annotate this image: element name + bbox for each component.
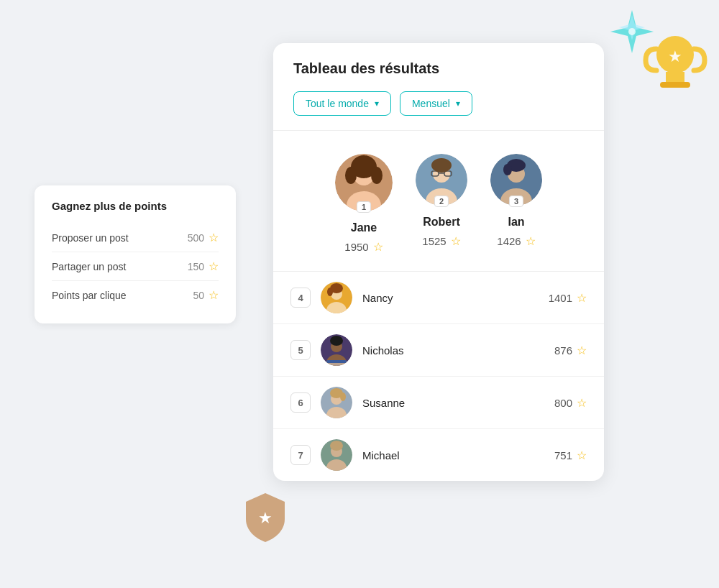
list-rank-4: 4 <box>290 288 311 308</box>
svg-point-41 <box>340 392 346 401</box>
list-item-michael: 7 Michael 751 ☆ <box>273 429 604 481</box>
avatar-nancy <box>321 282 352 313</box>
points-row-label: Partager un post <box>52 261 127 272</box>
points-row-click: Points par clique 50 ☆ <box>52 281 219 309</box>
star-icon: ☆ <box>209 259 219 273</box>
points-row-score: 50 <box>193 290 204 301</box>
top3-name-ian: Ian <box>508 216 524 229</box>
ian-score-value: 1426 <box>497 235 521 247</box>
susanne-score-value: 800 <box>554 397 572 409</box>
list-item-nicholas: 5 Nicholas 876 ☆ <box>273 324 604 377</box>
top3-score-jane: 1950 ☆ <box>344 240 383 254</box>
star-icon: ☆ <box>577 396 587 410</box>
points-row-label: Proposer un post <box>52 232 129 244</box>
chevron-down-icon: ▾ <box>375 98 379 109</box>
leaderboard-title: Tableau des résultats <box>293 60 584 77</box>
avatar-michael <box>321 439 352 471</box>
star-icon: ☆ <box>526 234 536 248</box>
top3-item-3: 3 Ian 1426 ☆ <box>490 154 542 254</box>
list-rank-7: 7 <box>290 445 311 465</box>
top3-section: 1 Jane 1950 ☆ <box>273 131 604 272</box>
svg-marker-2 <box>619 14 645 40</box>
svg-point-3 <box>628 28 636 35</box>
list-item-susanne: 6 Susanne 800 ☆ <box>273 377 604 429</box>
star-icon: ☆ <box>209 231 219 244</box>
top3-score-robert: 1525 ☆ <box>422 234 460 248</box>
filter-audience-label: Tout le monde <box>306 98 369 109</box>
nancy-score-value: 1401 <box>549 292 572 304</box>
list-name-nicholas: Nicholas <box>362 344 544 357</box>
avatar-wrap-ian: 3 <box>490 154 542 206</box>
list-name-nancy: Nancy <box>362 292 539 304</box>
top3-score-ian: 1426 ☆ <box>497 234 535 248</box>
points-row-post: Proposer un post 500 ☆ <box>52 224 219 252</box>
points-card: Gagnez plus de points Proposer un post 5… <box>35 185 236 323</box>
avatar-susanne <box>321 387 352 418</box>
list-name-michael: Michael <box>362 449 544 461</box>
points-row-share: Partager un post 150 ☆ <box>52 252 219 281</box>
star-icon: ☆ <box>577 449 587 462</box>
svg-point-36 <box>330 336 343 346</box>
leaderboard-list: 4 Nancy 1401 ☆ 5 <box>273 272 604 481</box>
list-score-nancy: 1401 ☆ <box>549 291 587 305</box>
list-rank-5: 5 <box>290 340 311 360</box>
list-name-susanne: Susanne <box>362 397 544 409</box>
svg-rect-34 <box>326 360 347 363</box>
svg-point-30 <box>327 288 333 296</box>
star-icon: ☆ <box>373 240 383 254</box>
star-icon: ☆ <box>577 291 587 305</box>
svg-point-12 <box>345 167 357 184</box>
svg-rect-6 <box>660 82 690 88</box>
svg-rect-35 <box>326 363 347 366</box>
list-score-susanne: 800 ☆ <box>554 396 587 410</box>
filters: Tout le monde ▾ Mensuel ▾ <box>293 91 584 130</box>
list-rank-6: 6 <box>290 392 311 413</box>
avatar-wrap-robert: 2 <box>416 154 467 206</box>
avatar-wrap-jane: 1 <box>335 154 393 211</box>
list-item-nancy: 4 Nancy 1401 ☆ <box>273 272 604 324</box>
svg-rect-5 <box>666 72 684 83</box>
rank-badge-1: 1 <box>357 201 371 213</box>
michael-score-value: 751 <box>554 449 572 461</box>
jane-score-value: 1950 <box>344 241 368 253</box>
filter-period-label: Mensuel <box>412 98 450 109</box>
svg-text:★: ★ <box>668 47 682 65</box>
rank-badge-2: 2 <box>434 196 449 207</box>
leaderboard-header: Tableau des résultats Tout le monde ▾ Me… <box>273 43 604 131</box>
points-row-label: Points par clique <box>52 290 127 301</box>
star-icon: ☆ <box>209 288 219 302</box>
top3-name-robert: Robert <box>423 216 460 229</box>
avatar-nicholas <box>321 334 352 366</box>
trophy-icon: ★ <box>643 35 707 109</box>
points-row-score: 500 <box>188 232 204 244</box>
nicholas-score-value: 876 <box>554 344 572 357</box>
shield-badge-icon: ★ <box>243 492 288 546</box>
svg-point-13 <box>371 167 383 184</box>
points-card-title: Gagnez plus de points <box>52 200 219 212</box>
robert-score-value: 1525 <box>422 235 446 247</box>
top3-item-2: 2 Robert 1525 ☆ <box>416 154 467 254</box>
list-score-nicholas: 876 ☆ <box>554 344 587 357</box>
svg-point-45 <box>330 441 343 451</box>
star-icon: ☆ <box>451 234 461 248</box>
star-icon: ☆ <box>577 344 587 357</box>
filter-period[interactable]: Mensuel ▾ <box>400 91 472 116</box>
leaderboard-card: Tableau des résultats Tout le monde ▾ Me… <box>273 43 604 481</box>
svg-point-20 <box>431 158 452 173</box>
chevron-down-icon: ▾ <box>456 98 460 109</box>
svg-text:★: ★ <box>258 509 273 527</box>
list-score-michael: 751 ☆ <box>554 449 587 462</box>
top3-name-jane: Jane <box>351 221 377 234</box>
filter-audience[interactable]: Tout le monde ▾ <box>293 91 391 116</box>
rank-badge-3: 3 <box>509 196 523 207</box>
points-row-score: 150 <box>188 261 204 272</box>
top3-item-1: 1 Jane 1950 ☆ <box>335 154 393 254</box>
svg-point-25 <box>503 164 512 175</box>
